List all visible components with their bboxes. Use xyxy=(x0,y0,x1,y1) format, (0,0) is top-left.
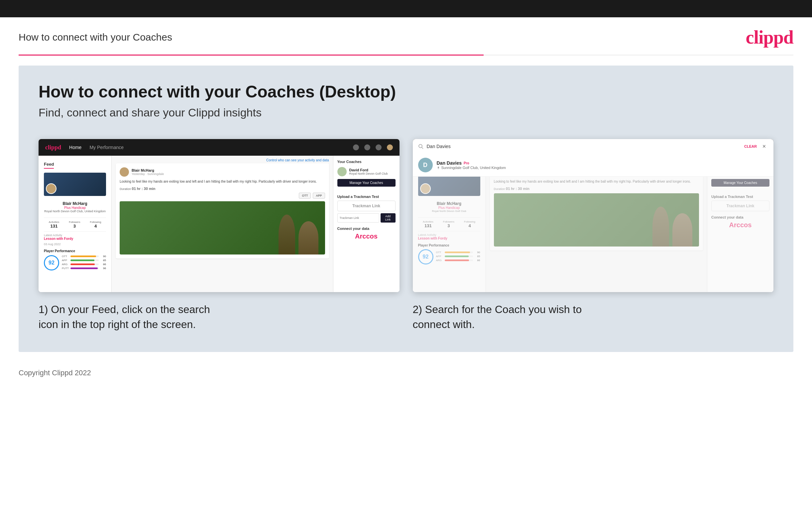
header-divider xyxy=(18,54,794,55)
app-nav-1: clippd Home My Performance xyxy=(39,139,399,156)
app-nav-icons xyxy=(353,144,393,151)
app-body-1: Feed Blair McHarg Plus Handicap Royal No… xyxy=(39,156,399,292)
result-info: Dan Davies Pro Sunningdale Golf Club, Un… xyxy=(437,160,506,170)
stat-following-2: Following 4 xyxy=(464,220,475,228)
stat-activities-label: Activities xyxy=(49,220,59,223)
search-icon-nav[interactable] xyxy=(353,144,359,151)
svg-point-0 xyxy=(419,144,422,148)
golfer-figure-2 xyxy=(298,221,319,254)
stat-followers-value: 3 xyxy=(69,223,80,228)
connect-data-title-1: Connect your data xyxy=(337,226,395,230)
trackman-input-row: Add Link xyxy=(337,213,395,222)
app-main-1: Control who can see your activity and da… xyxy=(112,156,333,292)
app-nav-logo-1: clippd xyxy=(45,144,61,151)
search-overlay: Dan Davies CLEAR × D Dan Davies Pro xyxy=(413,139,774,177)
post-image xyxy=(120,201,325,254)
app-sidebar-1: Feed Blair McHarg Plus Handicap Royal No… xyxy=(39,156,112,292)
post-btn-app[interactable]: APP xyxy=(313,193,325,199)
user-info-2: Blair McHarg Plus Handicap Royal North D… xyxy=(418,199,480,215)
user-name-2: Blair McHarg xyxy=(418,201,480,206)
quality-score-2: 92 OTT 90 APP xyxy=(418,249,480,264)
svg-line-1 xyxy=(422,147,423,149)
copyright-text: Copyright Clippd 2022 xyxy=(18,369,91,377)
screenshot-frame-2: clippd Home My Performance Fe xyxy=(413,139,774,292)
result-pro-badge: Pro xyxy=(464,161,469,165)
latest-activity-label: Latest Activity xyxy=(44,234,106,237)
app-right-1: Your Coaches David Ford Royal North Devo… xyxy=(333,156,399,292)
stat-followers-2: Followers 3 xyxy=(443,220,455,228)
quality-score: 92 OTT 90 APP xyxy=(44,255,106,271)
stats-row: Activities 131 Followers 3 Following 4 xyxy=(44,218,106,231)
top-bar xyxy=(0,0,812,17)
trackman-title-1: Upload a Trackman Test xyxy=(337,195,395,199)
feed-post: Blair McHarg Yesterday · Sunningdale Loo… xyxy=(116,163,329,258)
arccos-logo-1: Arccos xyxy=(337,232,395,240)
search-query-display: Dan Davies xyxy=(427,144,741,149)
user-club: Royal North Devon Golf Club, United King… xyxy=(44,210,106,213)
nav-item-performance[interactable]: My Performance xyxy=(89,145,124,150)
bar-putt: PUTT 96 xyxy=(62,267,106,270)
feed-tab[interactable]: Feed xyxy=(44,162,54,169)
screenshots-row: clippd Home My Performance xyxy=(39,139,773,332)
stat-followers: Followers 3 xyxy=(69,220,80,228)
main-content: How to connect with your Coaches (Deskto… xyxy=(18,66,794,352)
stat-following-label: Following xyxy=(90,220,101,223)
main-subtitle: Find, connect and share your Clippd insi… xyxy=(39,106,773,119)
activity-date: 03 Aug 2022 xyxy=(44,243,106,246)
score-bars-2: OTT 90 APP 85 xyxy=(436,251,480,263)
control-link[interactable]: Control who can see your activity and da… xyxy=(112,156,333,163)
screenshot-frame-1: clippd Home My Performance xyxy=(39,139,399,292)
header: How to connect with your Coaches clippd xyxy=(0,17,812,54)
stat-following: Following 4 xyxy=(90,220,101,228)
search-result-item[interactable]: D Dan Davies Pro Sunningdale Golf Club, … xyxy=(413,154,774,177)
step-1-label: 1) On your Feed, click on the search ico… xyxy=(39,292,399,332)
user-icon-nav[interactable] xyxy=(364,144,370,151)
settings-icon-nav[interactable] xyxy=(376,144,382,151)
search-clear-btn[interactable]: CLEAR xyxy=(744,144,757,149)
result-name: Dan Davies Pro xyxy=(437,160,506,166)
trackman-link-box: Trackman Link xyxy=(337,201,395,211)
stats-row-2: Activities 131 Followers 3 Following 4 xyxy=(418,217,480,231)
clippd-logo: clippd xyxy=(746,27,794,48)
coach-avatar-1 xyxy=(337,167,347,176)
location-icon xyxy=(437,166,440,169)
score-circle-2: 92 xyxy=(418,249,433,264)
post-duration-value: 01 hr : 30 min xyxy=(132,186,155,190)
golfer-figure-1 xyxy=(279,215,295,254)
post-btn-ott[interactable]: OTT xyxy=(299,193,311,199)
search-icon xyxy=(418,144,423,149)
score-circle: 92 xyxy=(44,255,59,270)
user-club-2: Royal North Devon Golf Club xyxy=(418,210,480,213)
score-bars: OTT 90 APP 85 xyxy=(62,255,106,271)
bar-app: APP 85 xyxy=(62,259,106,262)
footer: Copyright Clippd 2022 xyxy=(0,362,812,384)
manage-coaches-btn-1[interactable]: Manage Your Coaches xyxy=(337,179,395,186)
post-author-name: Blair McHarg xyxy=(132,168,164,172)
post-author: Blair McHarg Yesterday · Sunningdale xyxy=(120,167,325,177)
search-close-btn[interactable]: × xyxy=(760,142,768,151)
post-duration: Duration 01 hr : 30 min xyxy=(120,186,325,190)
user-info: Blair McHarg Plus Handicap Royal North D… xyxy=(44,199,106,216)
user-banner xyxy=(44,173,106,196)
nav-item-home[interactable]: Home xyxy=(69,145,82,150)
coach-item-1: David Ford Royal North Devon Golf Club xyxy=(337,167,395,176)
bar-ott: OTT 90 xyxy=(62,255,106,258)
page-title: How to connect with your Coaches xyxy=(18,32,172,43)
app-screenshot-1: clippd Home My Performance xyxy=(39,139,399,292)
user-handicap-2: Plus Handicap xyxy=(418,206,480,210)
stat-following-value: 4 xyxy=(90,223,101,228)
post-avatar xyxy=(120,167,129,177)
manage-coaches-btn-2[interactable]: Manage Your Coaches xyxy=(711,179,769,186)
post-actions: OTT APP xyxy=(120,193,325,199)
coach-name-1: David Ford xyxy=(349,168,388,172)
step-2-label: 2) Search for the Coach you wish to conn… xyxy=(413,292,774,332)
user-handicap: Plus Handicap xyxy=(44,206,106,210)
coaches-title-1: Your Coaches xyxy=(337,160,395,164)
trackman-section-1: Upload a Trackman Test Trackman Link Add… xyxy=(337,195,395,222)
result-avatar: D xyxy=(418,158,433,172)
trackman-add-btn[interactable]: Add Link xyxy=(381,213,395,222)
trackman-input[interactable] xyxy=(337,213,379,222)
app-screenshot-2: clippd Home My Performance Fe xyxy=(413,139,774,292)
user-name: Blair McHarg xyxy=(44,201,106,206)
avatar-icon-nav[interactable] xyxy=(387,144,393,151)
